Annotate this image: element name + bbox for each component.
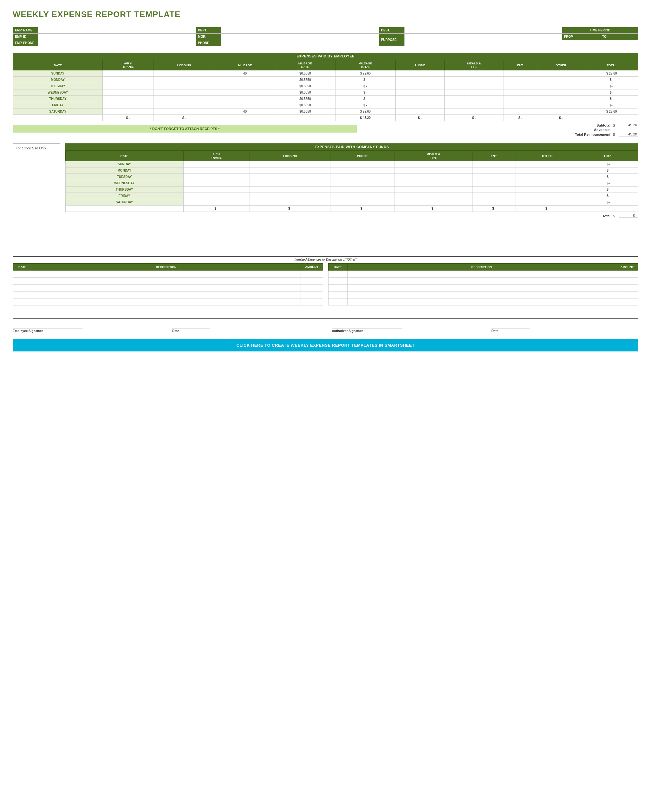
phone-cell[interactable] <box>331 168 395 174</box>
item-amount[interactable] <box>616 292 638 298</box>
lodging-cell[interactable] <box>250 168 331 174</box>
meals-cell[interactable] <box>444 102 504 108</box>
meals-cell[interactable] <box>444 96 504 102</box>
item-desc[interactable] <box>347 278 616 284</box>
other-cell[interactable] <box>537 96 585 102</box>
ent-cell[interactable] <box>504 83 537 89</box>
phone-cell[interactable] <box>395 89 444 96</box>
air-cell[interactable] <box>183 174 250 180</box>
other-cell[interactable] <box>537 77 585 83</box>
ent-cell[interactable] <box>473 168 516 174</box>
item-date[interactable] <box>13 298 32 305</box>
meals-cell[interactable] <box>444 70 504 77</box>
item-amount[interactable] <box>300 278 323 284</box>
meals-cell[interactable] <box>395 161 473 168</box>
ent-cell[interactable] <box>473 193 516 199</box>
phone-cell[interactable] <box>395 70 444 77</box>
purpose-value[interactable] <box>404 34 562 46</box>
air-cell[interactable] <box>183 193 250 199</box>
phone-cell[interactable] <box>331 174 395 180</box>
meals-cell[interactable] <box>444 77 504 83</box>
phone-cell[interactable] <box>395 96 444 102</box>
employee-sig-line[interactable] <box>13 321 82 329</box>
meals-cell[interactable] <box>395 193 473 199</box>
other-cell[interactable] <box>515 186 579 193</box>
phone-cell[interactable] <box>331 161 395 168</box>
dest-value[interactable] <box>404 27 562 34</box>
ent-cell[interactable] <box>473 174 516 180</box>
meals-cell[interactable] <box>395 180 473 186</box>
air-cell[interactable] <box>103 70 154 77</box>
ent-cell[interactable] <box>473 186 516 193</box>
item-date[interactable] <box>328 298 347 305</box>
item-desc[interactable] <box>347 284 616 292</box>
ent-cell[interactable] <box>473 199 516 206</box>
air-cell[interactable] <box>103 89 154 96</box>
meals-cell[interactable] <box>395 199 473 206</box>
item-amount[interactable] <box>616 278 638 284</box>
emp-name-value[interactable] <box>38 27 196 34</box>
ent-cell[interactable] <box>504 70 537 77</box>
phone-cell[interactable] <box>331 186 395 193</box>
mileage-cell[interactable]: 40 <box>215 108 275 115</box>
item-date[interactable] <box>328 292 347 298</box>
phone-cell[interactable] <box>395 83 444 89</box>
meals-cell[interactable] <box>444 83 504 89</box>
other-cell[interactable] <box>537 102 585 108</box>
item-desc[interactable] <box>347 298 616 305</box>
item-date[interactable] <box>328 284 347 292</box>
item-desc[interactable] <box>32 298 301 305</box>
item-desc[interactable] <box>347 270 616 278</box>
ent-cell[interactable] <box>504 77 537 83</box>
phone-cell[interactable] <box>395 108 444 115</box>
phone-cell[interactable] <box>331 199 395 206</box>
meals-cell[interactable] <box>444 89 504 96</box>
item-date[interactable] <box>13 270 32 278</box>
air-cell[interactable] <box>103 77 154 83</box>
other-cell[interactable] <box>537 89 585 96</box>
air-cell[interactable] <box>183 168 250 174</box>
ent-cell[interactable] <box>473 180 516 186</box>
mileage-cell[interactable] <box>215 77 275 83</box>
other-cell[interactable] <box>515 168 579 174</box>
item-desc[interactable] <box>32 278 301 284</box>
lodging-cell[interactable] <box>154 70 215 77</box>
phone-cell[interactable] <box>331 193 395 199</box>
item-amount[interactable] <box>300 284 323 292</box>
meals-cell[interactable] <box>395 168 473 174</box>
item-amount[interactable] <box>300 298 323 305</box>
mileage-cell[interactable] <box>215 83 275 89</box>
lodging-cell[interactable] <box>154 102 215 108</box>
phone-cell[interactable] <box>395 77 444 83</box>
air-cell[interactable] <box>183 161 250 168</box>
to-value[interactable] <box>600 40 638 46</box>
air-cell[interactable] <box>103 96 154 102</box>
item-date[interactable] <box>13 278 32 284</box>
mgr-value[interactable] <box>221 34 379 40</box>
other-cell[interactable] <box>537 108 585 115</box>
phone-value[interactable] <box>221 40 379 46</box>
item-amount[interactable] <box>616 270 638 278</box>
item-amount[interactable] <box>616 298 638 305</box>
mileage-cell[interactable] <box>215 89 275 96</box>
other-cell[interactable] <box>537 70 585 77</box>
item-date[interactable] <box>328 278 347 284</box>
phone-cell[interactable] <box>331 180 395 186</box>
authorizer-sig-line[interactable] <box>332 321 402 329</box>
lodging-cell[interactable] <box>250 186 331 193</box>
ent-cell[interactable] <box>504 102 537 108</box>
item-date[interactable] <box>13 292 32 298</box>
lodging-cell[interactable] <box>154 83 215 89</box>
air-cell[interactable] <box>103 108 154 115</box>
from-value[interactable] <box>562 40 600 46</box>
other-cell[interactable] <box>515 199 579 206</box>
item-date[interactable] <box>13 284 32 292</box>
item-desc[interactable] <box>32 284 301 292</box>
air-cell[interactable] <box>183 199 250 206</box>
air-cell[interactable] <box>183 186 250 193</box>
lodging-cell[interactable] <box>154 89 215 96</box>
mileage-cell[interactable] <box>215 102 275 108</box>
ent-cell[interactable] <box>504 89 537 96</box>
lodging-cell[interactable] <box>250 161 331 168</box>
emp-date-line[interactable] <box>172 321 210 329</box>
